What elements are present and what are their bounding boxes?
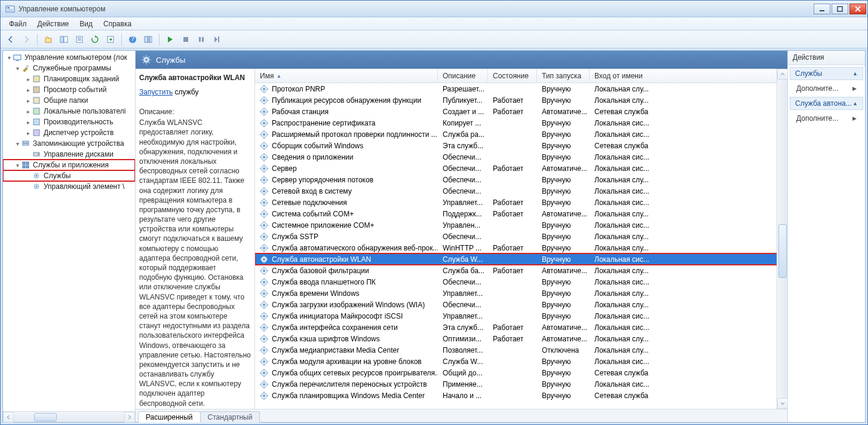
close-button[interactable] (849, 4, 866, 14)
service-row[interactable]: Служба загрузки изображений Windows (WIA… (255, 299, 787, 310)
svg-rect-28 (33, 97, 39, 103)
nav-forward-button[interactable] (20, 33, 33, 46)
tree-item[interactable]: ▸Производительность (3, 117, 135, 127)
service-row[interactable]: Протокол PNRPРазрешает...ВручнуюЛокальна… (255, 83, 787, 94)
minimize-button[interactable] (814, 4, 830, 14)
restart-button[interactable] (210, 33, 223, 46)
service-row[interactable]: Система событий COM+Поддержк...РаботаетА… (255, 208, 787, 219)
menu-file[interactable]: Файл (4, 19, 32, 29)
service-row[interactable]: Служба SSTPОбеспечи...ВручнуюЛокальная с… (255, 231, 787, 242)
service-row[interactable]: Публикация ресурсов обнаружения функцииП… (255, 94, 787, 106)
col-desc[interactable]: Описание (438, 69, 488, 82)
service-row[interactable]: Сетевые подключенияУправляет...РаботаетВ… (255, 197, 787, 208)
stop-button[interactable] (179, 33, 192, 46)
menu-view[interactable]: Вид (75, 19, 97, 29)
service-row[interactable]: Сборщик событий WindowsЭта служб...Вручн… (255, 140, 787, 151)
chevron-right-icon[interactable]: ▸ (24, 97, 32, 104)
tree-item[interactable]: ▸Просмотр событий (3, 84, 135, 95)
chevron-right-icon[interactable]: ▸ (24, 76, 32, 82)
service-row[interactable]: Служба перечислителя переносных устройст… (255, 378, 787, 390)
cell-state: Работает (488, 108, 537, 116)
chevron-right-icon[interactable]: ▸ (24, 87, 32, 93)
svg-point-63 (263, 179, 265, 181)
service-row[interactable]: Служба планировщика Windows Media Center… (255, 390, 787, 401)
tree-group-services-apps[interactable]: ▾ Службы и приложения (3, 160, 135, 170)
export-button[interactable] (104, 33, 117, 46)
play-button[interactable] (164, 33, 177, 46)
chevron-down-icon[interactable]: ▾ (14, 65, 21, 72)
tree-group-storage[interactable]: ▾ Запоминающие устройства (3, 138, 135, 149)
tree-root[interactable]: ▾ Управление компьютером (лок (3, 52, 135, 63)
chevron-right-icon[interactable]: ▸ (24, 108, 32, 115)
service-row[interactable]: Служба ввода планшетного ПКОбеспечи...Вр… (255, 276, 787, 288)
chevron-down-icon[interactable]: ▾ (5, 54, 13, 61)
service-row[interactable]: Сервер упорядочения потоковОбеспечи...Вр… (255, 174, 787, 185)
tree-item-wmi[interactable]: Управляющий элемент \ (3, 181, 135, 192)
tile-button[interactable] (142, 33, 155, 46)
tree[interactable]: ▾ Управление компьютером (лок ▾ Служебны… (3, 51, 135, 411)
tree-item[interactable]: ▸Общие папки (3, 95, 135, 106)
chevron-right-icon[interactable]: ▸ (24, 130, 32, 136)
tab-extended[interactable]: Расширенный (138, 411, 201, 423)
pause-button[interactable] (195, 33, 208, 46)
refresh-button[interactable] (88, 33, 102, 46)
chevron-down-icon[interactable]: ▾ (14, 162, 21, 169)
scroll-thumb[interactable] (34, 413, 57, 421)
actions-more-2[interactable]: Дополните... ▶ (788, 112, 865, 125)
list-vertical-scrollbar[interactable] (777, 69, 787, 409)
service-row[interactable]: Распространение сертификатаКопирует ...В… (255, 117, 787, 129)
gear-icon (32, 171, 41, 181)
scroll-left-button[interactable] (3, 412, 14, 423)
tree-item[interactable]: Управление дисками (3, 149, 135, 160)
tree-item[interactable]: ▸Планировщик заданий (3, 74, 135, 84)
help-button[interactable]: ? (126, 33, 139, 46)
service-row[interactable]: Служба кэша шрифтов WindowsОптимизи...Ра… (255, 333, 787, 344)
service-row[interactable]: Служба медиаприставки Media CenterПозвол… (255, 344, 787, 356)
tree-item-services[interactable]: Службы (3, 170, 135, 181)
show-hide-tree-button[interactable] (57, 33, 70, 46)
actions-section-selected[interactable]: Служба автона... ▲ (790, 97, 863, 110)
service-row[interactable]: Служба автонастройки WLANСлужба W...Вруч… (255, 253, 787, 265)
service-row[interactable]: Служба автоматического обнаружения веб-п… (255, 242, 787, 253)
service-row[interactable]: Сетевой вход в системуОбеспечи...Вручную… (255, 185, 787, 197)
actions-more-1[interactable]: Дополните... ▶ (788, 82, 865, 95)
scroll-thumb[interactable] (778, 224, 787, 278)
cell-start: Вручную (537, 119, 590, 127)
up-button[interactable] (42, 33, 55, 46)
scroll-right-button[interactable] (124, 412, 135, 423)
tab-strip: Расширенный Стандартный (136, 409, 787, 422)
service-row[interactable]: Рабочая станцияСоздает и ...РаботаетАвто… (255, 106, 787, 117)
list-body[interactable]: Протокол PNRPРазрешает...ВручнуюЛокальна… (255, 83, 787, 409)
tab-standard[interactable]: Стандартный (200, 411, 260, 423)
service-row[interactable]: Сведения о приложенииОбеспечи...ВручнуюЛ… (255, 151, 787, 163)
nav-back-button[interactable] (4, 33, 17, 46)
service-row[interactable]: Служба инициатора Майкрософт iSCSIУправл… (255, 310, 787, 322)
service-row[interactable]: Служба базовой фильтрацииСлужба ба...Раб… (255, 265, 787, 276)
service-row[interactable]: Служба интерфейса сохранения сетиЭта слу… (255, 322, 787, 333)
chevron-down-icon[interactable]: ▾ (14, 140, 21, 147)
col-logon[interactable]: Вход от имени (590, 69, 787, 82)
menu-help[interactable]: Справка (99, 19, 136, 29)
scroll-down-button[interactable] (777, 398, 788, 409)
col-name[interactable]: Имя▲ (255, 69, 438, 82)
service-row[interactable]: Расширяемый протокол проверки подлинност… (255, 129, 787, 140)
service-row[interactable]: Системное приложение COM+Управлен...Вруч… (255, 219, 787, 231)
col-start[interactable]: Тип запуска (537, 69, 590, 82)
scroll-up-button[interactable] (777, 69, 788, 80)
actions-section-services[interactable]: Службы ▲ (790, 67, 863, 80)
col-state[interactable]: Состояние (488, 69, 537, 82)
service-row[interactable]: Служба времени WindowsУправляет...Вручну… (255, 288, 787, 299)
service-row[interactable]: Служба модуля архивации на уровне блоков… (255, 356, 787, 367)
tree-item[interactable]: ▸Локальные пользователі (3, 106, 135, 117)
tree-item[interactable]: ▸Диспетчер устройств (3, 127, 135, 138)
tree-group-system-tools[interactable]: ▾ Служебные программы (3, 63, 135, 74)
cell-name: Служба интерфейса сохранения сети (255, 323, 438, 332)
service-row[interactable]: СерверОбеспечи...РаботаетАвтоматиче...Ло… (255, 163, 787, 174)
properties-button[interactable] (73, 33, 86, 46)
maximize-button[interactable] (832, 4, 848, 14)
service-row[interactable]: Служба общих сетевых ресурсов проигрыват… (255, 367, 787, 378)
chevron-right-icon[interactable]: ▸ (24, 119, 32, 126)
tree-horizontal-scrollbar[interactable] (3, 411, 135, 422)
start-service-link[interactable]: Запустить (139, 88, 173, 96)
menu-action[interactable]: Действие (33, 19, 74, 29)
